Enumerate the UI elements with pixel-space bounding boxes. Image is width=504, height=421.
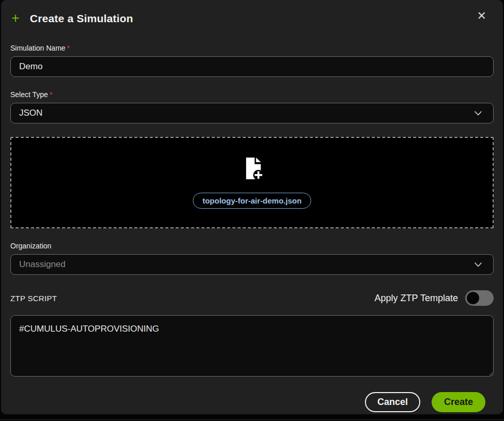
select-type-value: JSON — [19, 108, 42, 118]
create-simulation-modal: + Create a Simulation ✕ Simulation Name*… — [1, 0, 503, 414]
create-button[interactable]: Create — [432, 392, 485, 412]
organization-group: Organization Unassigned — [10, 242, 494, 275]
chevron-down-icon — [475, 262, 482, 267]
select-type-label: Select Type* — [10, 90, 494, 99]
apply-ztp-template-control: Apply ZTP Template — [375, 290, 494, 306]
select-type-dropdown[interactable]: JSON — [10, 103, 494, 123]
cancel-button[interactable]: Cancel — [365, 392, 420, 412]
uploaded-file-chip[interactable]: topology-for-air-demo.json — [193, 193, 312, 209]
chevron-down-icon — [475, 111, 482, 116]
apply-ztp-template-label: Apply ZTP Template — [375, 293, 458, 304]
organization-dropdown[interactable]: Unassigned — [10, 254, 494, 275]
modal-header: + Create a Simulation ✕ — [10, 11, 494, 25]
organization-value: Unassigned — [19, 259, 66, 270]
ztp-script-row: ZTP SCRIPT Apply ZTP Template — [10, 290, 494, 306]
select-type-label-text: Select Type — [10, 90, 48, 99]
apply-ztp-template-toggle[interactable] — [465, 290, 494, 306]
simulation-name-input[interactable] — [10, 56, 494, 77]
ztp-script-textarea[interactable]: #CUMULUS-AUTOPROVISIONING — [10, 315, 494, 377]
close-icon[interactable]: ✕ — [477, 10, 486, 22]
add-file-icon — [241, 157, 264, 180]
page-background: + Create a Simulation ✕ Simulation Name*… — [0, 0, 504, 421]
simulation-name-label-text: Simulation Name — [10, 44, 66, 52]
modal-title: Create a Simulation — [30, 12, 133, 25]
required-asterisk: * — [50, 90, 52, 99]
required-asterisk: * — [67, 44, 70, 52]
plus-icon: + — [11, 11, 20, 25]
simulation-name-group: Simulation Name* — [10, 44, 494, 77]
select-type-group: Select Type* JSON — [10, 90, 494, 123]
simulation-name-label: Simulation Name* — [10, 44, 494, 52]
file-upload-dropzone[interactable]: topology-for-air-demo.json — [10, 137, 494, 228]
ztp-script-label: ZTP SCRIPT — [10, 294, 57, 303]
modal-footer: Cancel Create — [10, 392, 494, 412]
organization-label: Organization — [10, 242, 494, 250]
toggle-knob — [467, 292, 479, 304]
